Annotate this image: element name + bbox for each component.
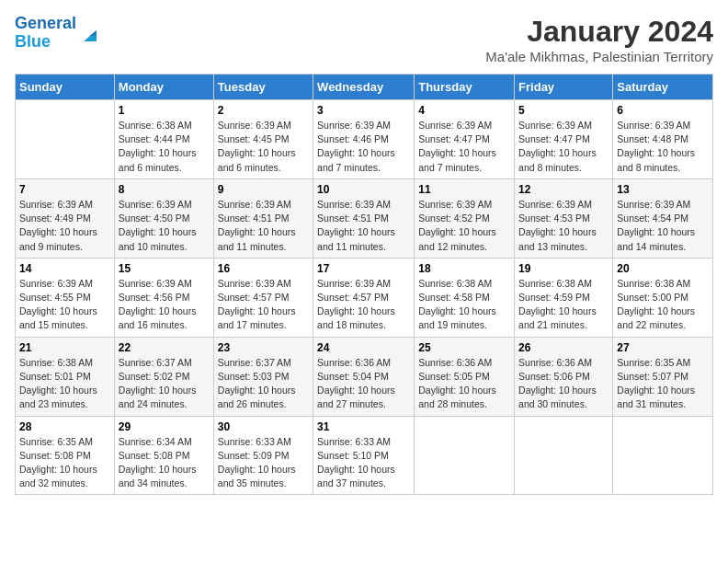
daylight-text: Daylight: 10 hours and 31 minutes. [617, 385, 695, 409]
day-number: 11 [418, 183, 510, 196]
daylight-text: Daylight: 10 hours and 16 minutes. [119, 305, 197, 330]
sunset-text: Sunset: 4:49 PM [19, 213, 91, 224]
sunset-text: Sunset: 4:47 PM [518, 133, 590, 144]
week-row-4: 21Sunrise: 6:38 AMSunset: 5:01 PMDayligh… [16, 337, 713, 416]
sunrise-text: Sunrise: 6:37 AM [218, 357, 291, 368]
day-info: Sunrise: 6:39 AMSunset: 4:57 PMDaylight:… [317, 277, 410, 333]
day-cell: 24Sunrise: 6:36 AMSunset: 5:04 PMDayligh… [313, 337, 415, 416]
sunset-text: Sunset: 4:48 PM [617, 133, 688, 144]
sunset-text: Sunset: 4:52 PM [418, 213, 490, 224]
day-cell: 17Sunrise: 6:39 AMSunset: 4:57 PMDayligh… [313, 258, 415, 337]
day-info: Sunrise: 6:39 AMSunset: 4:47 PMDaylight:… [518, 119, 609, 175]
sunset-text: Sunset: 4:57 PM [317, 292, 389, 303]
day-info: Sunrise: 6:38 AMSunset: 4:44 PMDaylight:… [119, 119, 210, 175]
day-info: Sunrise: 6:39 AMSunset: 4:57 PMDaylight:… [218, 277, 309, 333]
day-number: 25 [418, 341, 510, 354]
day-number: 27 [617, 341, 709, 354]
daylight-text: Daylight: 10 hours and 10 minutes. [119, 226, 197, 251]
sunrise-text: Sunrise: 6:36 AM [518, 357, 592, 368]
sunset-text: Sunset: 4:55 PM [19, 292, 91, 303]
col-header-sunday: Sunday [16, 75, 115, 100]
day-number: 23 [218, 341, 309, 354]
day-cell: 5Sunrise: 6:39 AMSunset: 4:47 PMDaylight… [515, 100, 613, 179]
sunrise-text: Sunrise: 6:39 AM [19, 278, 93, 289]
week-row-2: 7Sunrise: 6:39 AMSunset: 4:49 PMDaylight… [16, 178, 713, 258]
day-cell: 21Sunrise: 6:38 AMSunset: 5:01 PMDayligh… [16, 337, 115, 416]
col-header-tuesday: Tuesday [213, 75, 313, 100]
day-info: Sunrise: 6:38 AMSunset: 4:59 PMDaylight:… [518, 277, 609, 333]
day-cell: 27Sunrise: 6:35 AMSunset: 5:07 PMDayligh… [613, 337, 713, 416]
day-cell: 18Sunrise: 6:38 AMSunset: 4:58 PMDayligh… [415, 258, 515, 337]
day-cell: 10Sunrise: 6:39 AMSunset: 4:51 PMDayligh… [313, 178, 415, 258]
day-number: 17 [317, 262, 410, 275]
sunset-text: Sunset: 4:51 PM [317, 213, 389, 224]
daylight-text: Daylight: 10 hours and 17 minutes. [218, 305, 296, 330]
daylight-text: Daylight: 10 hours and 26 minutes. [218, 385, 296, 409]
day-cell: 16Sunrise: 6:39 AMSunset: 4:57 PMDayligh… [213, 258, 313, 337]
day-number: 28 [19, 420, 110, 433]
daylight-text: Daylight: 10 hours and 8 minutes. [617, 147, 695, 172]
sunset-text: Sunset: 5:01 PM [19, 371, 91, 382]
sunrise-text: Sunrise: 6:39 AM [218, 120, 291, 131]
daylight-text: Daylight: 10 hours and 11 minutes. [218, 226, 296, 251]
day-number: 30 [218, 420, 309, 433]
day-cell: 23Sunrise: 6:37 AMSunset: 5:03 PMDayligh… [213, 337, 313, 416]
daylight-text: Daylight: 10 hours and 27 minutes. [317, 385, 395, 409]
title-block: January 2024 Ma'ale Mikhmas, Palestinian… [485, 15, 713, 64]
week-row-1: 1Sunrise: 6:38 AMSunset: 4:44 PMDaylight… [16, 100, 713, 179]
logo-icon [80, 23, 100, 43]
day-info: Sunrise: 6:39 AMSunset: 4:50 PMDaylight:… [119, 198, 210, 254]
sunset-text: Sunset: 5:02 PM [119, 371, 190, 382]
day-cell [613, 416, 713, 495]
day-number: 7 [19, 183, 110, 196]
day-info: Sunrise: 6:38 AMSunset: 5:00 PMDaylight:… [617, 277, 709, 333]
daylight-text: Daylight: 10 hours and 7 minutes. [418, 147, 496, 172]
day-number: 20 [617, 262, 709, 275]
week-row-3: 14Sunrise: 6:39 AMSunset: 4:55 PMDayligh… [16, 258, 713, 337]
sunrise-text: Sunrise: 6:39 AM [19, 199, 93, 210]
sunrise-text: Sunrise: 6:37 AM [119, 357, 192, 368]
sunrise-text: Sunrise: 6:33 AM [218, 436, 291, 447]
daylight-text: Daylight: 10 hours and 21 minutes. [518, 305, 597, 330]
day-number: 4 [418, 104, 510, 117]
sunset-text: Sunset: 4:54 PM [617, 213, 688, 224]
day-info: Sunrise: 6:33 AMSunset: 5:10 PMDaylight:… [317, 435, 410, 491]
day-info: Sunrise: 6:39 AMSunset: 4:47 PMDaylight:… [418, 119, 510, 175]
day-number: 18 [418, 262, 510, 275]
day-info: Sunrise: 6:36 AMSunset: 5:04 PMDaylight:… [317, 356, 410, 412]
daylight-text: Daylight: 10 hours and 11 minutes. [317, 226, 395, 251]
day-info: Sunrise: 6:35 AMSunset: 5:08 PMDaylight:… [19, 435, 110, 491]
col-header-monday: Monday [114, 75, 213, 100]
day-info: Sunrise: 6:39 AMSunset: 4:46 PMDaylight:… [317, 119, 410, 175]
day-info: Sunrise: 6:39 AMSunset: 4:56 PMDaylight:… [119, 277, 210, 333]
day-info: Sunrise: 6:38 AMSunset: 5:01 PMDaylight:… [19, 356, 110, 412]
day-cell: 29Sunrise: 6:34 AMSunset: 5:08 PMDayligh… [114, 416, 213, 495]
daylight-text: Daylight: 10 hours and 18 minutes. [317, 305, 395, 330]
col-header-thursday: Thursday [415, 75, 515, 100]
day-info: Sunrise: 6:38 AMSunset: 4:58 PMDaylight:… [418, 277, 510, 333]
day-cell [16, 100, 115, 179]
daylight-text: Daylight: 10 hours and 28 minutes. [418, 385, 496, 409]
day-number: 13 [617, 183, 709, 196]
day-cell: 11Sunrise: 6:39 AMSunset: 4:52 PMDayligh… [415, 178, 515, 258]
day-cell: 13Sunrise: 6:39 AMSunset: 4:54 PMDayligh… [613, 178, 713, 258]
day-info: Sunrise: 6:36 AMSunset: 5:05 PMDaylight:… [418, 356, 510, 412]
daylight-text: Daylight: 10 hours and 13 minutes. [518, 226, 597, 251]
daylight-text: Daylight: 10 hours and 6 minutes. [218, 147, 296, 172]
day-number: 21 [19, 341, 110, 354]
day-number: 1 [119, 104, 210, 117]
day-cell: 8Sunrise: 6:39 AMSunset: 4:50 PMDaylight… [114, 178, 213, 258]
sunrise-text: Sunrise: 6:38 AM [19, 357, 93, 368]
daylight-text: Daylight: 10 hours and 9 minutes. [19, 226, 97, 251]
sunset-text: Sunset: 5:06 PM [518, 371, 590, 382]
day-cell: 25Sunrise: 6:36 AMSunset: 5:05 PMDayligh… [415, 337, 515, 416]
day-info: Sunrise: 6:36 AMSunset: 5:06 PMDaylight:… [518, 356, 609, 412]
day-number: 5 [518, 104, 609, 117]
daylight-text: Daylight: 10 hours and 8 minutes. [518, 147, 597, 172]
sunset-text: Sunset: 4:57 PM [218, 292, 290, 303]
day-info: Sunrise: 6:37 AMSunset: 5:03 PMDaylight:… [218, 356, 309, 412]
day-number: 10 [317, 183, 410, 196]
logo-blue: Blue [15, 32, 51, 51]
week-row-5: 28Sunrise: 6:35 AMSunset: 5:08 PMDayligh… [16, 416, 713, 495]
sunset-text: Sunset: 4:56 PM [119, 292, 190, 303]
